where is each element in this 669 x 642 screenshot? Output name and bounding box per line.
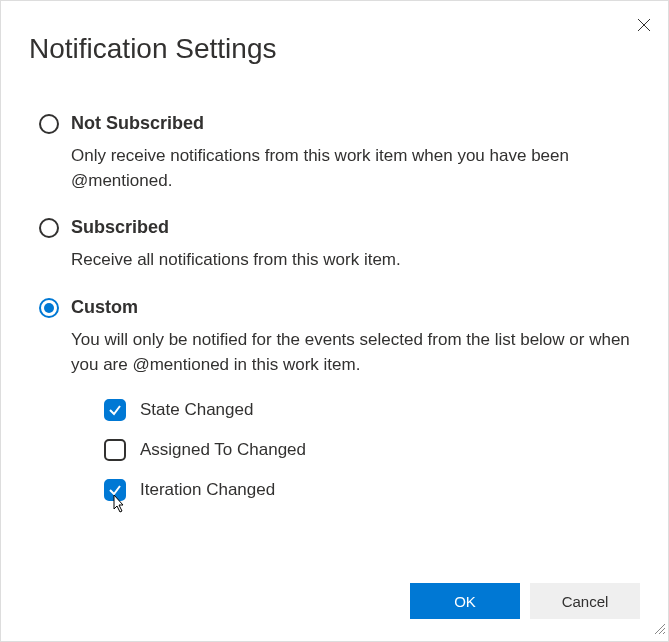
checkbox-input[interactable] [104,479,126,501]
checkbox-label: Iteration Changed [140,480,275,500]
checkbox-label: Assigned To Changed [140,440,306,460]
option-not-subscribed[interactable]: Not Subscribed Only receive notification… [39,113,640,193]
checkbox-iteration-changed[interactable]: Iteration Changed [104,479,640,501]
option-description: You will only be notified for the events… [71,328,640,377]
radio-subscribed[interactable] [39,218,59,238]
checkbox-input[interactable] [104,399,126,421]
options-group: Not Subscribed Only receive notification… [29,113,640,519]
option-description: Receive all notifications from this work… [71,248,640,273]
check-icon [108,483,122,497]
ok-button[interactable]: OK [410,583,520,619]
notification-settings-dialog: Notification Settings Not Subscribed Onl… [1,1,668,641]
custom-events-list: State Changed Assigned To Changed Iterat… [71,399,640,501]
option-description: Only receive notifications from this wor… [71,144,640,193]
checkbox-assigned-to-changed[interactable]: Assigned To Changed [104,439,640,461]
close-icon [636,17,652,33]
close-button[interactable] [634,15,654,35]
cancel-button[interactable]: Cancel [530,583,640,619]
option-label: Subscribed [71,217,640,238]
radio-not-subscribed[interactable] [39,114,59,134]
option-label: Custom [71,297,640,318]
resize-grip[interactable] [652,621,666,639]
check-icon [108,403,122,417]
dialog-footer: OK Cancel [410,583,640,619]
checkbox-input[interactable] [104,439,126,461]
option-custom[interactable]: Custom You will only be notified for the… [39,297,640,519]
radio-custom[interactable] [39,298,59,318]
svg-line-4 [663,632,665,634]
checkbox-state-changed[interactable]: State Changed [104,399,640,421]
dialog-title: Notification Settings [29,33,640,65]
checkbox-label: State Changed [140,400,253,420]
option-label: Not Subscribed [71,113,640,134]
option-subscribed[interactable]: Subscribed Receive all notifications fro… [39,217,640,273]
